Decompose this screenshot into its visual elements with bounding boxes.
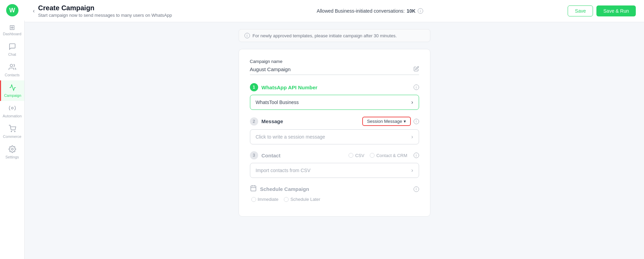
- sidebar-item-label-settings: Settings: [5, 155, 19, 159]
- radio-schedule-later-circle: [284, 197, 289, 202]
- step3-dropdown-placeholder: Import contacts from CSV: [256, 168, 311, 173]
- header-left: ‹ Create Campaign Start campaign now to …: [33, 4, 172, 18]
- step1-info-icon[interactable]: i: [414, 85, 419, 90]
- campaign-name-field: Campaign name August Campaign: [250, 59, 419, 75]
- campaign-name-row: August Campaign: [250, 66, 419, 75]
- back-button[interactable]: ‹: [33, 8, 35, 14]
- sidebar-item-label-dashboard: Dashboard: [3, 32, 22, 36]
- settings-icon: [9, 145, 16, 154]
- radio-immediate-circle: [251, 197, 256, 202]
- save-run-button[interactable]: Save & Run: [596, 5, 636, 16]
- sidebar-item-campaign[interactable]: Campaign: [0, 80, 24, 101]
- step2-header-left: 2 Message: [250, 117, 283, 126]
- sidebar-item-commerce[interactable]: Commerce: [0, 121, 24, 142]
- form-card: Campaign name August Campaign 1 WhatsApp…: [239, 49, 430, 217]
- sidebar-item-label-automation: Automation: [3, 114, 22, 118]
- chat-icon: [9, 43, 16, 51]
- notice-text: For newly approved templates, please ini…: [253, 33, 397, 38]
- sidebar-item-dashboard[interactable]: ⊞ Dashboard: [0, 21, 24, 39]
- step1-dropdown-value: WhatsTool Business: [256, 100, 299, 105]
- svg-point-0: [10, 64, 12, 67]
- step3-section: 3 Contact CSV Contact & CRM i: [250, 151, 419, 178]
- session-message-badge[interactable]: Session Message ▾: [362, 117, 411, 126]
- allowed-conversations-info-icon[interactable]: i: [418, 8, 423, 14]
- edit-campaign-name-icon[interactable]: [414, 66, 419, 73]
- page-subtitle: Start campaign now to send messages to m…: [38, 13, 172, 18]
- automation-icon: [9, 104, 16, 113]
- step1-title: WhatsApp API Number: [262, 85, 318, 90]
- page-content: i For newly approved templates, please i…: [25, 22, 644, 259]
- sidebar-item-label-chat: Chat: [8, 52, 16, 56]
- header-actions: Save Save & Run: [568, 5, 636, 16]
- svg-rect-5: [251, 186, 256, 191]
- sidebar-item-settings[interactable]: Settings: [0, 142, 24, 163]
- save-button[interactable]: Save: [568, 5, 593, 16]
- step4-header: Schedule Campaign i: [250, 185, 419, 193]
- step1-chevron-icon: ›: [411, 99, 413, 105]
- notice-info-icon: i: [244, 33, 250, 38]
- app-logo: W: [6, 4, 18, 16]
- step2-section: 2 Message Session Message ▾ i Click to w…: [250, 117, 419, 144]
- radio-immediate[interactable]: Immediate: [251, 197, 279, 202]
- page-header: ‹ Create Campaign Start campaign now to …: [25, 0, 644, 22]
- sidebar-logo: W: [0, 0, 25, 21]
- radio-csv[interactable]: CSV: [349, 153, 364, 158]
- step3-header: 3 Contact CSV Contact & CRM i: [250, 151, 419, 159]
- svg-point-1: [11, 107, 13, 109]
- allowed-conversations-value: 10K: [407, 8, 416, 14]
- step1-dropdown[interactable]: WhatsTool Business ›: [250, 95, 419, 110]
- step1-header: 1 WhatsApp API Number i: [250, 83, 419, 91]
- radio-immediate-label: Immediate: [258, 197, 279, 202]
- header-title-group: Create Campaign Start campaign now to se…: [38, 4, 172, 18]
- sidebar-item-contacts[interactable]: Contacts: [0, 60, 24, 80]
- campaign-name-value: August Campaign: [250, 66, 291, 72]
- step2-dropdown[interactable]: Click to write a session message ›: [250, 129, 419, 144]
- step3-radio-group: CSV Contact & CRM: [349, 153, 407, 158]
- sidebar-item-chat[interactable]: Chat: [0, 39, 24, 60]
- radio-csv-circle: [349, 153, 353, 158]
- step2-number: 2: [250, 117, 258, 126]
- step3-chevron-icon: ›: [411, 167, 413, 173]
- sidebar-item-label-contacts: Contacts: [5, 73, 20, 77]
- header-center-info: Allowed Business-initiated conversations…: [317, 8, 423, 14]
- sidebar-item-label-commerce: Commerce: [3, 134, 22, 139]
- step3-number: 3: [250, 151, 258, 159]
- step3-title: Contact: [262, 153, 281, 158]
- commerce-icon: [9, 125, 16, 133]
- contacts-icon: [9, 63, 16, 72]
- radio-crm-label: Contact & CRM: [376, 153, 407, 158]
- step1-section: 1 WhatsApp API Number i WhatsTool Busine…: [250, 83, 419, 110]
- step4-section: Schedule Campaign i Immediate Schedule L…: [250, 185, 419, 202]
- sidebar: W ⊞ Dashboard Chat Contacts Campaign: [0, 0, 25, 259]
- radio-csv-label: CSV: [355, 153, 364, 158]
- step2-title: Message: [262, 118, 283, 124]
- dashboard-icon: ⊞: [9, 24, 15, 31]
- radio-schedule-later[interactable]: Schedule Later: [284, 197, 320, 202]
- campaign-icon: [9, 84, 16, 92]
- step4-title: Schedule Campaign: [260, 186, 309, 192]
- notice-bar: i For newly approved templates, please i…: [239, 29, 430, 42]
- step4-info-icon[interactable]: i: [414, 186, 419, 192]
- sidebar-item-automation[interactable]: Automation: [0, 101, 24, 121]
- session-message-label: Session Message: [367, 119, 402, 124]
- schedule-options: Immediate Schedule Later: [250, 197, 419, 202]
- svg-point-3: [14, 131, 15, 132]
- calendar-icon: [250, 185, 257, 193]
- step2-header: 2 Message Session Message ▾ i: [250, 117, 419, 126]
- campaign-name-label: Campaign name: [250, 59, 419, 64]
- step3-dropdown[interactable]: Import contacts from CSV ›: [250, 163, 419, 178]
- session-message-chevron-icon: ▾: [404, 119, 406, 124]
- allowed-conversations-label: Allowed Business-initiated conversations…: [317, 8, 405, 14]
- step2-chevron-icon: ›: [411, 134, 413, 140]
- radio-schedule-later-label: Schedule Later: [290, 197, 320, 202]
- main-content: ‹ Create Campaign Start campaign now to …: [25, 0, 644, 259]
- sidebar-item-label-campaign: Campaign: [4, 93, 21, 98]
- svg-point-4: [11, 148, 13, 150]
- radio-crm[interactable]: Contact & CRM: [370, 153, 407, 158]
- radio-crm-circle: [370, 153, 375, 158]
- step2-info-icon[interactable]: i: [414, 119, 419, 124]
- step3-info-icon[interactable]: i: [414, 153, 419, 158]
- step2-dropdown-placeholder: Click to write a session message: [256, 134, 325, 140]
- page-title: Create Campaign: [38, 4, 172, 12]
- svg-point-2: [11, 131, 12, 132]
